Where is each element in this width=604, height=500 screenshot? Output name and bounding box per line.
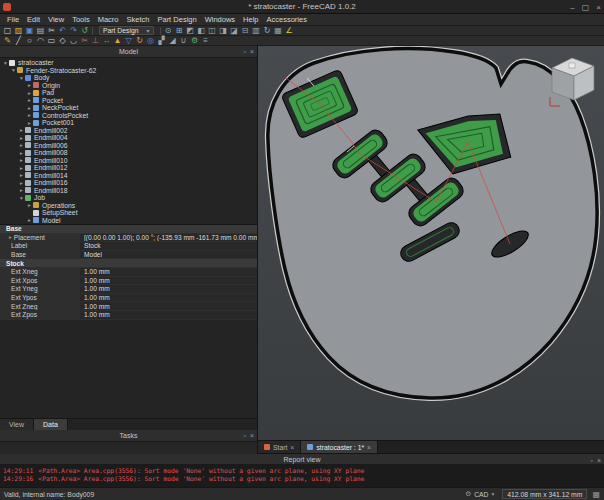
tree-expander-icon[interactable]: ▸ xyxy=(26,82,33,88)
tree-item[interactable]: ▸ Endmill018 xyxy=(0,187,257,195)
tree-item[interactable]: ▸ NeckPocket xyxy=(0,104,257,112)
workbench-selector[interactable]: Part Design ▾ xyxy=(99,26,154,35)
redo-icon[interactable]: ↷ xyxy=(68,26,79,36)
menu-item[interactable]: Help xyxy=(239,14,262,26)
tree-item[interactable]: ▸ Operations xyxy=(0,202,257,210)
tree-expander-icon[interactable]: ▸ xyxy=(18,127,25,133)
fit-selection-icon[interactable]: ⊞ xyxy=(174,26,185,36)
polygon-icon[interactable]: ◇ xyxy=(57,36,68,46)
tree-expander-icon[interactable]: ▸ xyxy=(26,112,33,118)
property-value[interactable] xyxy=(80,225,257,233)
tree-item[interactable]: ▸ Pocket xyxy=(0,97,257,105)
menu-item[interactable]: Part Design xyxy=(153,14,200,26)
tree-item[interactable]: ▸ Endmill016 xyxy=(0,179,257,187)
float-panel-icon[interactable]: ▫ xyxy=(243,46,245,58)
menu-item[interactable]: Sketch xyxy=(123,14,154,26)
tree-expander-icon[interactable]: ▸ xyxy=(26,97,33,103)
tree-expander-icon[interactable]: ▾ xyxy=(18,195,25,201)
maximize-button[interactable]: ▢ xyxy=(582,3,590,12)
pad-icon[interactable]: ▲ xyxy=(112,36,123,46)
save-document-icon[interactable]: ▣ xyxy=(24,26,35,36)
close-tab-icon[interactable]: × xyxy=(367,444,371,451)
pocket-icon[interactable]: ▽ xyxy=(123,36,134,46)
property-value[interactable]: Stock xyxy=(80,242,257,250)
property-value[interactable]: 1.00 mm xyxy=(80,277,257,285)
view-front-icon[interactable]: ◧ xyxy=(196,26,207,36)
view-bottom-icon[interactable]: ⊟ xyxy=(240,26,251,36)
property-view-tab[interactable]: Data xyxy=(34,419,68,430)
property-value[interactable]: 1.00 mm xyxy=(80,311,257,319)
draw-style-icon[interactable]: ▦ xyxy=(273,26,284,36)
property-value[interactable]: Model xyxy=(80,251,257,259)
tree-expander-icon[interactable]: ▾ xyxy=(2,60,9,66)
property-value[interactable]: 1.00 mm xyxy=(80,302,257,310)
property-value[interactable]: 1.00 mm xyxy=(80,268,257,276)
tree-item[interactable]: ▸ Origin xyxy=(0,82,257,90)
close-panel-icon[interactable]: × xyxy=(597,455,601,466)
arc-icon[interactable]: ◠ xyxy=(35,36,46,46)
undo-icon[interactable]: ↶ xyxy=(57,26,68,36)
menu-item[interactable]: Accessories xyxy=(263,14,311,26)
groove-icon[interactable]: ◎ xyxy=(145,36,156,46)
tree-item[interactable]: ▸ Model xyxy=(0,217,257,225)
menu-item[interactable]: Edit xyxy=(23,14,44,26)
tree-expander-icon[interactable]: ▸ xyxy=(18,172,25,178)
tree-item[interactable]: ▸ Endmill002 xyxy=(0,127,257,135)
new-document-icon[interactable]: ▢ xyxy=(2,26,13,36)
tree-expander-icon[interactable]: ▸ xyxy=(26,202,33,208)
menu-item[interactable]: Windows xyxy=(201,14,239,26)
mdi-tab[interactable]: Start × xyxy=(258,441,301,453)
tree-expander-icon[interactable]: ▸ xyxy=(18,180,25,186)
tree-item[interactable]: SetupSheet xyxy=(0,209,257,217)
close-panel-icon[interactable]: × xyxy=(250,46,254,58)
view-rear-icon[interactable]: ◪ xyxy=(229,26,240,36)
tree-expander-icon[interactable]: ▸ xyxy=(18,150,25,156)
float-panel-icon[interactable]: ▫ xyxy=(590,455,592,466)
menu-item[interactable]: Macro xyxy=(94,14,123,26)
tree-item[interactable]: ▸ ControlsPocket xyxy=(0,112,257,120)
fillet-icon[interactable]: ◡ xyxy=(68,36,79,46)
menu-item[interactable]: Tools xyxy=(68,14,94,26)
tree-item[interactable]: ▾ stratocaster xyxy=(0,59,257,67)
boolean-icon[interactable]: ∪ xyxy=(178,36,189,46)
tree-expander-icon[interactable]: ▸ xyxy=(18,135,25,141)
tree-expander-icon[interactable]: ▸ xyxy=(18,165,25,171)
refresh-icon[interactable]: ↺ xyxy=(79,26,90,36)
tree-item[interactable]: ▸ Endmill014 xyxy=(0,172,257,180)
property-value[interactable]: [(0.00 0.00 1.00); 0.00 °; (-135.93 mm -… xyxy=(80,234,257,242)
tree-expander-icon[interactable]: ▸ xyxy=(18,187,25,193)
navigation-style-dropdown[interactable]: ⊙ CAD ▾ xyxy=(462,489,497,500)
open-document-icon[interactable]: ▨ xyxy=(13,26,24,36)
tree-item[interactable]: ▸ Pocket001 xyxy=(0,119,257,127)
rectangle-icon[interactable]: ▭ xyxy=(46,36,57,46)
menu-item[interactable]: View xyxy=(44,14,68,26)
tree-item[interactable]: ▸ Endmill012 xyxy=(0,164,257,172)
fit-all-icon[interactable]: ⊙ xyxy=(163,26,174,36)
tree-expander-icon[interactable]: ▸ xyxy=(18,142,25,148)
tree-expander-icon[interactable]: ▸ xyxy=(26,90,33,96)
tree-expander-icon[interactable]: ▸ xyxy=(18,157,25,163)
revolution-icon[interactable]: ↻ xyxy=(134,36,145,46)
chamfer-icon[interactable]: ◢ xyxy=(167,36,178,46)
mirror-icon[interactable]: ▞ xyxy=(156,36,167,46)
view-right-icon[interactable]: ◨ xyxy=(218,26,229,36)
print-icon[interactable]: ▤ xyxy=(35,26,46,36)
postprocess-icon[interactable]: ≡ xyxy=(200,36,211,46)
property-view-tab[interactable]: View xyxy=(0,419,34,430)
tree-expander-icon[interactable]: ▸ xyxy=(26,120,33,126)
minimize-button[interactable]: – xyxy=(570,3,574,12)
tree-item[interactable]: ▸ Endmill008 xyxy=(0,149,257,157)
tree-item[interactable]: ▸ Endmill010 xyxy=(0,157,257,165)
menu-item[interactable]: File xyxy=(3,14,23,26)
view-left-icon[interactable]: ▥ xyxy=(251,26,262,36)
tree-item[interactable]: ▸ Endmill006 xyxy=(0,142,257,150)
trim-icon[interactable]: ✂ xyxy=(79,36,90,46)
cut-icon[interactable]: ✂ xyxy=(46,26,57,36)
viewport-canvas[interactable] xyxy=(258,46,604,441)
circle-icon[interactable]: ○ xyxy=(24,36,35,46)
tree-expander-icon[interactable]: ▸ xyxy=(26,217,33,223)
property-value[interactable]: 1.00 mm xyxy=(80,285,257,293)
tree-item[interactable]: ▸ Pad xyxy=(0,89,257,97)
property-value[interactable]: 1.00 mm xyxy=(80,294,257,302)
viewport-3d[interactable] xyxy=(258,46,604,441)
